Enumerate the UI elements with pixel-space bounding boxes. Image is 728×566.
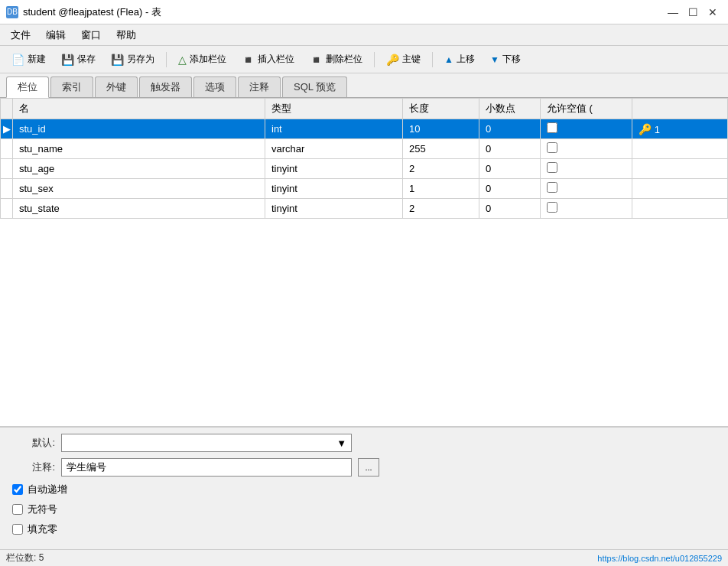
tab-bar: 栏位 索引 外键 触发器 选项 注释 SQL 预览: [0, 73, 728, 98]
zerofill-label[interactable]: 填充零: [28, 522, 57, 536]
cell-decimal: 0: [479, 179, 541, 199]
tab-indexes[interactable]: 索引: [50, 76, 93, 97]
cell-type: int: [265, 119, 403, 139]
tab-sql-preview[interactable]: SQL 预览: [282, 76, 347, 97]
cell-nullable: [541, 199, 632, 219]
properties-panel: 默认: ▼ 注释: ... 自动递增 无符号 填充零: [0, 427, 728, 549]
cell-type: varchar: [265, 139, 403, 159]
cell-decimal: 0: [479, 119, 541, 139]
cell-type: tinyint: [265, 179, 403, 199]
cell-key: [632, 139, 728, 159]
zerofill-checkbox[interactable]: [12, 524, 23, 535]
table-row[interactable]: ▶stu_idint100🔑 1: [1, 119, 728, 139]
minimize-button[interactable]: —: [664, 3, 682, 21]
tab-options[interactable]: 选项: [193, 76, 236, 97]
default-row: 默认: ▼: [9, 434, 719, 452]
menu-file[interactable]: 文件: [3, 25, 38, 45]
unsigned-row: 无符号: [9, 503, 719, 516]
cell-name: stu_sex: [13, 179, 265, 199]
table-row[interactable]: stu_agetinyint20: [1, 159, 728, 179]
zerofill-row: 填充零: [9, 522, 719, 536]
tab-columns[interactable]: 栏位: [6, 76, 49, 98]
col-type-header: 类型: [265, 99, 403, 119]
comment-input[interactable]: [61, 458, 352, 477]
separator-1: [166, 52, 167, 67]
move-up-icon: ▲: [444, 54, 453, 65]
comment-more-button[interactable]: ...: [358, 458, 379, 477]
add-col-icon: △: [178, 54, 187, 66]
autoincrement-label[interactable]: 自动递增: [28, 483, 67, 496]
dropdown-arrow-icon: ▼: [336, 438, 346, 449]
key-icon: 🔑: [639, 123, 652, 135]
delete-col-icon: ◾: [310, 54, 323, 66]
delete-col-button[interactable]: ◾ 删除栏位: [303, 50, 369, 69]
cell-type: tinyint: [265, 159, 403, 179]
autoincrement-row: 自动递增: [9, 483, 719, 496]
primary-key-label: 主键: [402, 53, 421, 66]
move-down-icon: ▼: [490, 54, 499, 65]
cell-length: 255: [403, 139, 479, 159]
row-indicator: ▶: [1, 119, 13, 139]
table-row[interactable]: stu_statetinyint20: [1, 199, 728, 219]
cell-length: 1: [403, 179, 479, 199]
title-bar: DB student @fleajpatest (Flea) - 表 — ☐ ✕: [0, 0, 728, 24]
menu-help[interactable]: 帮助: [109, 25, 144, 45]
default-label: 默认:: [9, 436, 55, 450]
cell-type: tinyint: [265, 199, 403, 219]
insert-col-label: 插入栏位: [258, 53, 294, 66]
insert-col-button[interactable]: ◾ 插入栏位: [235, 50, 301, 69]
col-name-header: 名: [13, 99, 265, 119]
cell-name: stu_state: [13, 199, 265, 219]
cell-nullable: [541, 139, 632, 159]
menu-window[interactable]: 窗口: [73, 25, 109, 45]
tab-triggers[interactable]: 触发器: [139, 76, 192, 97]
new-label: 新建: [28, 53, 46, 66]
unsigned-checkbox[interactable]: [12, 504, 23, 515]
cell-decimal: 0: [479, 159, 541, 179]
cell-decimal: 0: [479, 199, 541, 219]
cell-name: stu_name: [13, 139, 265, 159]
cell-key: [632, 199, 728, 219]
separator-2: [374, 52, 375, 67]
comment-label: 注释:: [9, 460, 55, 474]
row-indicator: [1, 199, 13, 219]
save-button[interactable]: 💾 保存: [54, 50, 102, 69]
unsigned-label[interactable]: 无符号: [28, 503, 57, 516]
table-scroll[interactable]: 名 类型 长度 小数点 允许空值 (: [0, 98, 728, 426]
status-url: https://blog.csdn.net/u012855229: [597, 554, 722, 563]
menu-edit[interactable]: 编辑: [38, 25, 73, 45]
table-row[interactable]: stu_namevarchar2550: [1, 139, 728, 159]
status-column-count: 栏位数: 5: [6, 551, 44, 564]
row-indicator: [1, 139, 13, 159]
cell-nullable: [541, 159, 632, 179]
close-button[interactable]: ✕: [704, 3, 722, 21]
main-content: 名 类型 长度 小数点 允许空值 (: [0, 98, 728, 549]
cell-decimal: 0: [479, 139, 541, 159]
saveas-icon: 💾: [111, 54, 124, 66]
col-decimal-header: 小数点: [479, 99, 541, 119]
table-row[interactable]: stu_sextinyint10: [1, 179, 728, 199]
move-up-button[interactable]: ▲ 上移: [437, 50, 482, 69]
cell-length: 2: [403, 159, 479, 179]
status-bar: 栏位数: 5 https://blog.csdn.net/u012855229: [0, 549, 728, 566]
key-value: 1: [655, 124, 660, 135]
col-length-header: 长度: [403, 99, 479, 119]
tab-comments[interactable]: 注释: [238, 76, 281, 97]
window-title: student @fleajpatest (Flea) - 表: [23, 5, 161, 19]
cell-key: [632, 159, 728, 179]
autoincrement-checkbox[interactable]: [12, 484, 23, 495]
maximize-button[interactable]: ☐: [684, 3, 702, 21]
default-dropdown[interactable]: ▼: [61, 434, 352, 452]
row-indicator: [1, 159, 13, 179]
add-col-button[interactable]: △ 添加栏位: [171, 50, 233, 69]
move-down-button[interactable]: ▼ 下移: [483, 50, 528, 69]
saveas-button[interactable]: 💾 另存为: [104, 50, 161, 69]
cell-name: stu_age: [13, 159, 265, 179]
tab-foreign-keys[interactable]: 外键: [95, 76, 138, 97]
saveas-label: 另存为: [127, 53, 154, 66]
move-up-label: 上移: [457, 53, 475, 66]
col-indicator-header: [1, 99, 13, 119]
col-nullable-header: 允许空值 (: [541, 99, 632, 119]
new-button[interactable]: 📄 新建: [5, 50, 53, 69]
primary-key-button[interactable]: 🔑 主键: [379, 50, 427, 69]
